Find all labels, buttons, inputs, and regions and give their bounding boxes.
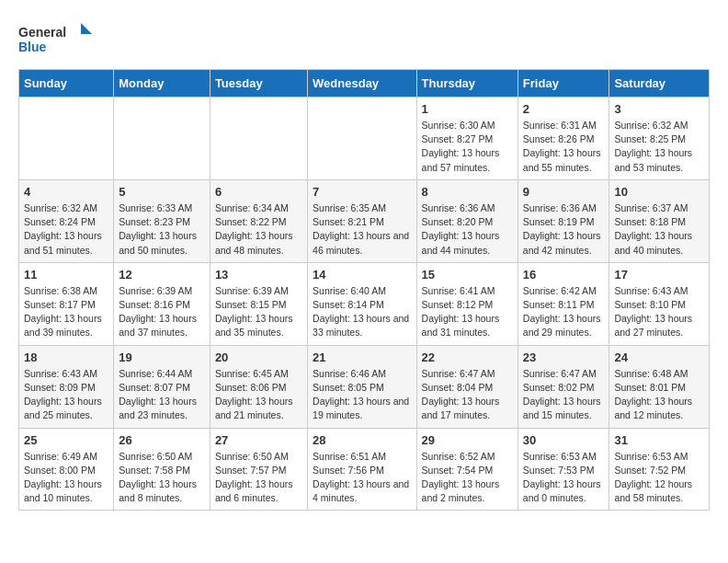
day-number: 28 (313, 433, 411, 447)
day-number: 6 (215, 185, 302, 199)
day-info: Sunrise: 6:43 AMSunset: 8:09 PMDaylight:… (24, 367, 108, 423)
day-info: Sunrise: 6:45 AMSunset: 8:06 PMDaylight:… (215, 367, 302, 423)
weekday-header: Sunday (19, 70, 114, 98)
day-number: 5 (119, 185, 205, 199)
day-number: 4 (24, 185, 108, 199)
day-number: 12 (119, 268, 205, 282)
day-number: 19 (119, 350, 205, 364)
calendar-cell: 24 Sunrise: 6:48 AMSunset: 8:01 PMDaylig… (609, 345, 710, 428)
calendar-cell: 10 Sunrise: 6:37 AMSunset: 8:18 PMDaylig… (609, 179, 710, 262)
svg-text:General: General (18, 25, 66, 40)
calendar-cell: 14 Sunrise: 6:40 AMSunset: 8:14 PMDaylig… (308, 262, 416, 345)
day-info: Sunrise: 6:32 AMSunset: 8:24 PMDaylight:… (24, 201, 108, 258)
calendar-cell: 5 Sunrise: 6:33 AMSunset: 8:23 PMDayligh… (114, 179, 210, 262)
svg-text:Blue: Blue (18, 40, 47, 54)
calendar-cell: 17 Sunrise: 6:43 AMSunset: 8:10 PMDaylig… (609, 262, 710, 345)
calendar-cell: 6 Sunrise: 6:34 AMSunset: 8:22 PMDayligh… (210, 179, 307, 262)
day-info: Sunrise: 6:37 AMSunset: 8:18 PMDaylight:… (614, 201, 704, 258)
day-info: Sunrise: 6:33 AMSunset: 8:23 PMDaylight:… (119, 201, 205, 258)
calendar-cell: 31 Sunrise: 6:53 AMSunset: 7:52 PMDaylig… (609, 428, 710, 511)
svg-marker-2 (81, 23, 92, 34)
day-number: 31 (614, 433, 704, 447)
day-number: 22 (422, 350, 513, 364)
day-info: Sunrise: 6:43 AMSunset: 8:10 PMDaylight:… (614, 284, 704, 340)
weekday-header: Wednesday (308, 70, 416, 98)
day-info: Sunrise: 6:42 AMSunset: 8:11 PMDaylight:… (523, 284, 605, 340)
calendar-cell: 19 Sunrise: 6:44 AMSunset: 8:07 PMDaylig… (114, 345, 210, 428)
day-number: 29 (422, 433, 513, 447)
day-number: 23 (523, 350, 605, 364)
day-info: Sunrise: 6:34 AMSunset: 8:22 PMDaylight:… (215, 201, 302, 258)
weekday-header: Thursday (416, 70, 518, 98)
calendar-cell (114, 98, 210, 180)
day-info: Sunrise: 6:50 AMSunset: 7:57 PMDaylight:… (215, 450, 302, 506)
calendar-cell: 9 Sunrise: 6:36 AMSunset: 8:19 PMDayligh… (518, 179, 609, 262)
calendar-cell: 7 Sunrise: 6:35 AMSunset: 8:21 PMDayligh… (308, 179, 416, 262)
calendar-cell: 11 Sunrise: 6:38 AMSunset: 8:17 PMDaylig… (19, 262, 114, 345)
calendar-cell: 18 Sunrise: 6:43 AMSunset: 8:09 PMDaylig… (19, 345, 114, 428)
calendar-cell: 8 Sunrise: 6:36 AMSunset: 8:20 PMDayligh… (416, 179, 518, 262)
day-info: Sunrise: 6:40 AMSunset: 8:14 PMDaylight:… (313, 284, 411, 340)
day-info: Sunrise: 6:47 AMSunset: 8:04 PMDaylight:… (422, 367, 513, 423)
calendar-cell: 15 Sunrise: 6:41 AMSunset: 8:12 PMDaylig… (416, 262, 518, 345)
day-number: 10 (614, 185, 704, 199)
day-number: 15 (422, 268, 513, 282)
calendar-cell: 13 Sunrise: 6:39 AMSunset: 8:15 PMDaylig… (210, 262, 307, 345)
calendar-cell: 12 Sunrise: 6:39 AMSunset: 8:16 PMDaylig… (114, 262, 210, 345)
day-number: 21 (313, 350, 411, 364)
day-info: Sunrise: 6:48 AMSunset: 8:01 PMDaylight:… (614, 367, 704, 423)
calendar-cell: 27 Sunrise: 6:50 AMSunset: 7:57 PMDaylig… (210, 428, 307, 511)
calendar-cell: 26 Sunrise: 6:50 AMSunset: 7:58 PMDaylig… (114, 428, 210, 511)
calendar-cell (19, 98, 114, 180)
day-number: 24 (614, 350, 704, 364)
day-number: 9 (523, 185, 605, 199)
calendar-week-row: 1 Sunrise: 6:30 AMSunset: 8:27 PMDayligh… (19, 98, 710, 180)
day-number: 1 (422, 102, 513, 116)
day-info: Sunrise: 6:51 AMSunset: 7:56 PMDaylight:… (313, 450, 411, 506)
day-info: Sunrise: 6:30 AMSunset: 8:27 PMDaylight:… (422, 119, 513, 175)
calendar-cell: 16 Sunrise: 6:42 AMSunset: 8:11 PMDaylig… (518, 262, 609, 345)
calendar-cell: 21 Sunrise: 6:46 AMSunset: 8:05 PMDaylig… (308, 345, 416, 428)
day-info: Sunrise: 6:35 AMSunset: 8:21 PMDaylight:… (313, 201, 411, 258)
weekday-header: Tuesday (210, 70, 307, 98)
calendar-week-row: 11 Sunrise: 6:38 AMSunset: 8:17 PMDaylig… (19, 262, 710, 345)
day-info: Sunrise: 6:39 AMSunset: 8:16 PMDaylight:… (119, 284, 205, 340)
day-number: 17 (614, 268, 704, 282)
day-info: Sunrise: 6:31 AMSunset: 8:26 PMDaylight:… (523, 119, 605, 175)
day-info: Sunrise: 6:53 AMSunset: 7:53 PMDaylight:… (523, 450, 605, 506)
day-info: Sunrise: 6:49 AMSunset: 8:00 PMDaylight:… (24, 450, 108, 506)
day-info: Sunrise: 6:46 AMSunset: 8:05 PMDaylight:… (313, 367, 411, 423)
day-number: 2 (523, 102, 605, 116)
day-info: Sunrise: 6:53 AMSunset: 7:52 PMDaylight:… (614, 450, 704, 506)
day-info: Sunrise: 6:36 AMSunset: 8:20 PMDaylight:… (422, 201, 513, 258)
day-number: 16 (523, 268, 605, 282)
calendar-week-row: 25 Sunrise: 6:49 AMSunset: 8:00 PMDaylig… (19, 428, 710, 511)
calendar-week-row: 18 Sunrise: 6:43 AMSunset: 8:09 PMDaylig… (19, 345, 710, 428)
weekday-header: Friday (518, 70, 609, 98)
day-info: Sunrise: 6:32 AMSunset: 8:25 PMDaylight:… (614, 119, 704, 175)
day-info: Sunrise: 6:38 AMSunset: 8:17 PMDaylight:… (24, 284, 108, 340)
day-number: 7 (313, 185, 411, 199)
logo-icon: General Blue (18, 18, 92, 60)
weekday-header-row: SundayMondayTuesdayWednesdayThursdayFrid… (19, 70, 710, 98)
header: General Blue (18, 18, 710, 60)
calendar-cell: 1 Sunrise: 6:30 AMSunset: 8:27 PMDayligh… (416, 98, 518, 180)
calendar-cell: 4 Sunrise: 6:32 AMSunset: 8:24 PMDayligh… (19, 179, 114, 262)
calendar-week-row: 4 Sunrise: 6:32 AMSunset: 8:24 PMDayligh… (19, 179, 710, 262)
day-number: 14 (313, 268, 411, 282)
day-number: 8 (422, 185, 513, 199)
calendar-cell: 3 Sunrise: 6:32 AMSunset: 8:25 PMDayligh… (609, 98, 710, 180)
day-info: Sunrise: 6:36 AMSunset: 8:19 PMDaylight:… (523, 201, 605, 258)
calendar-cell: 23 Sunrise: 6:47 AMSunset: 8:02 PMDaylig… (518, 345, 609, 428)
day-number: 27 (215, 433, 302, 447)
calendar-cell: 25 Sunrise: 6:49 AMSunset: 8:00 PMDaylig… (19, 428, 114, 511)
calendar-cell: 29 Sunrise: 6:52 AMSunset: 7:54 PMDaylig… (416, 428, 518, 511)
calendar-cell: 28 Sunrise: 6:51 AMSunset: 7:56 PMDaylig… (308, 428, 416, 511)
calendar-cell: 30 Sunrise: 6:53 AMSunset: 7:53 PMDaylig… (518, 428, 609, 511)
day-number: 3 (614, 102, 704, 116)
calendar-cell (308, 98, 416, 180)
day-number: 20 (215, 350, 302, 364)
calendar-cell: 2 Sunrise: 6:31 AMSunset: 8:26 PMDayligh… (518, 98, 609, 180)
day-number: 13 (215, 268, 302, 282)
weekday-header: Saturday (609, 70, 710, 98)
